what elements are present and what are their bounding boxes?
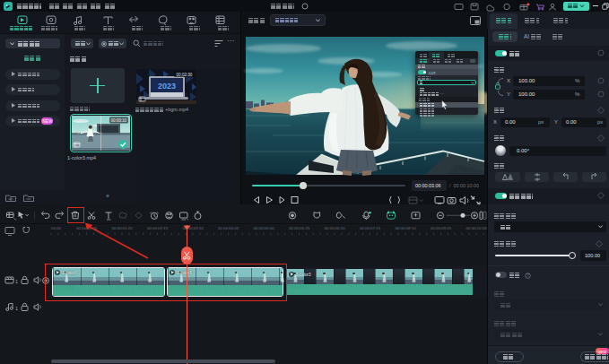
svg-text:1: 1: [15, 306, 18, 311]
svg-text:00:00:10: 00:00:10: [111, 118, 127, 123]
svg-text:1: 1: [15, 279, 18, 284]
